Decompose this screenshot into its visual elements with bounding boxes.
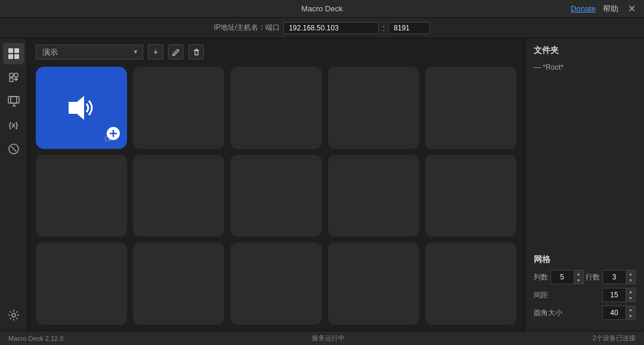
- rows-input[interactable]: [603, 272, 626, 282]
- titlebar-title: Macro Deck: [301, 4, 342, 13]
- svg-rect-8: [11, 97, 19, 103]
- columns-spinner-btns: ▲ ▼: [574, 271, 583, 284]
- grid-cell-1-4[interactable]: [425, 155, 516, 237]
- gap-input[interactable]: [603, 290, 626, 300]
- devices-connected: 2个设备已连接: [593, 334, 636, 343]
- grid-cell-2-4[interactable]: [425, 243, 516, 325]
- svg-rect-5: [14, 73, 18, 77]
- ip-input[interactable]: [283, 22, 379, 34]
- columns-label: 列数: [534, 272, 548, 282]
- svg-rect-7: [8, 97, 17, 103]
- svg-point-14: [12, 313, 16, 317]
- grid-cell-0-3[interactable]: [328, 67, 419, 149]
- volume-icon: [64, 93, 100, 123]
- columns-up-button[interactable]: ▲: [574, 271, 583, 277]
- rows-up-button[interactable]: ▲: [626, 271, 635, 277]
- gap-setting: 间距 ▲ ▼: [534, 288, 636, 302]
- svg-rect-4: [10, 73, 13, 77]
- delete-profile-button[interactable]: [188, 44, 204, 60]
- edit-profile-button[interactable]: [168, 44, 184, 60]
- sidebar-item-blocked[interactable]: [3, 138, 24, 160]
- connection-label: IP地址/主机名：端口: [214, 23, 280, 33]
- grid-settings-section: 网格 列数 ▲ ▼ 行数 ▲ ▼: [534, 254, 636, 324]
- svg-marker-15: [69, 96, 84, 120]
- columns-down-button[interactable]: ▼: [574, 277, 583, 284]
- profile-select-wrapper: 演示: [36, 45, 143, 60]
- grid-cell-0-0[interactable]: ☞: [36, 67, 127, 149]
- gap-spinner: ▲ ▼: [602, 288, 636, 302]
- cursor-icon: ☞: [104, 132, 114, 145]
- radius-spinner-btns: ▲ ▼: [626, 306, 635, 319]
- grid-cell-1-3[interactable]: [328, 155, 419, 237]
- grid-cell-2-3[interactable]: [328, 243, 419, 325]
- svg-line-13: [11, 147, 16, 151]
- columns-input[interactable]: [551, 272, 574, 282]
- center-panel: 演示 +: [27, 38, 525, 331]
- service-status: 服务运行中: [312, 334, 345, 343]
- right-panel: 文件夹 — *Root* 网格 列数 ▲ ▼ 行数 ▲ ▼: [525, 38, 644, 331]
- svg-rect-6: [10, 78, 13, 82]
- rows-spinner: ▲ ▼: [602, 270, 636, 284]
- connection-bar: IP地址/主机名：端口 :: [0, 18, 644, 38]
- gap-spinner-btns: ▲ ▼: [626, 288, 635, 302]
- titlebar: Macro Deck Donate 帮助 ✕: [0, 0, 644, 18]
- main-layout: {x} 演示 +: [0, 38, 644, 331]
- sidebar: {x}: [0, 38, 27, 331]
- help-link[interactable]: 帮助: [603, 4, 618, 14]
- version-label: Macro Deck 2.12.0: [8, 335, 63, 342]
- colon-separator: :: [382, 23, 385, 33]
- sidebar-item-plugins[interactable]: [3, 67, 24, 88]
- gap-label: 间距: [534, 290, 548, 300]
- svg-rect-3: [14, 54, 19, 59]
- sidebar-item-settings[interactable]: [3, 304, 24, 326]
- profile-select[interactable]: 演示: [36, 45, 143, 60]
- folders-title: 文件夹: [534, 45, 636, 56]
- donate-link[interactable]: Donate: [571, 4, 596, 13]
- radius-up-button[interactable]: ▲: [626, 306, 635, 313]
- columns-setting: 列数 ▲ ▼ 行数 ▲ ▼: [534, 270, 636, 284]
- gap-down-button[interactable]: ▼: [626, 295, 635, 302]
- sidebar-item-grid[interactable]: [3, 43, 24, 64]
- port-input[interactable]: [388, 22, 430, 34]
- statusbar: Macro Deck 2.12.0 服务运行中 2个设备已连接: [0, 331, 644, 345]
- active-cell-inner: ☞: [36, 67, 127, 149]
- close-button[interactable]: ✕: [626, 3, 638, 14]
- radius-spinner: ▲ ▼: [602, 306, 636, 320]
- sidebar-item-screen[interactable]: [3, 91, 24, 112]
- grid-cell-1-1[interactable]: [133, 155, 224, 237]
- svg-rect-1: [14, 48, 19, 53]
- rows-down-button[interactable]: ▼: [626, 277, 635, 284]
- profile-toolbar: 演示 +: [36, 44, 516, 60]
- grid-cell-1-2[interactable]: [230, 155, 321, 237]
- rows-label: 行数: [586, 272, 600, 282]
- columns-spinner: ▲ ▼: [550, 270, 584, 284]
- add-profile-button[interactable]: +: [148, 44, 163, 60]
- rows-spinner-btns: ▲ ▼: [626, 271, 635, 284]
- radius-label: 圆角大小: [534, 308, 562, 318]
- grid-cell-2-1[interactable]: [133, 243, 224, 325]
- grid-cell-0-4[interactable]: [425, 67, 516, 149]
- sidebar-item-variables[interactable]: {x}: [3, 114, 24, 136]
- folder-root[interactable]: — *Root*: [534, 62, 636, 73]
- radius-input[interactable]: [603, 307, 626, 318]
- radius-down-button[interactable]: ▼: [626, 313, 635, 319]
- grid-cell-0-1[interactable]: [133, 67, 224, 149]
- grid-cell-0-2[interactable]: [230, 67, 321, 149]
- gap-up-button[interactable]: ▲: [626, 288, 635, 295]
- grid-cell-2-2[interactable]: [230, 243, 321, 325]
- svg-rect-2: [8, 54, 13, 59]
- radius-setting: 圆角大小 ▲ ▼: [534, 306, 636, 320]
- button-grid: ☞: [36, 67, 516, 325]
- grid-settings-title: 网格: [534, 254, 636, 265]
- grid-cell-2-0[interactable]: [36, 243, 127, 325]
- svg-rect-0: [8, 48, 13, 53]
- grid-cell-1-0[interactable]: [36, 155, 127, 237]
